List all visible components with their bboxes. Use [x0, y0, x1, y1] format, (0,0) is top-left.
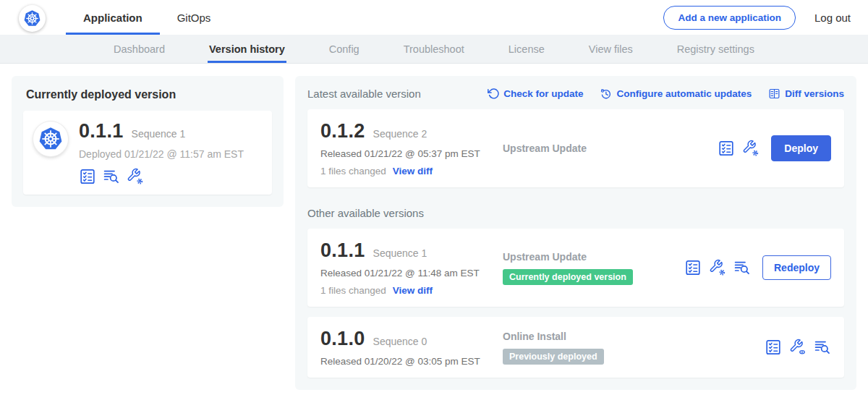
topbar-right: Add a new application Log out — [663, 6, 851, 30]
version-card-0-1-0: 0.1.0 Sequence 0 Released 01/20/22 @ 03:… — [307, 317, 844, 378]
version-row: 0.1.2 Sequence 2 — [320, 120, 503, 143]
deployed-version-row: 0.1.1 Sequence 1 — [79, 120, 244, 143]
refresh-icon — [487, 88, 499, 100]
kots-admin-console: Application GitOps Add a new application… — [0, 0, 868, 408]
edit-config-icon[interactable] — [742, 140, 760, 157]
configure-automatic-updates-link[interactable]: Configure automatic updates — [600, 88, 752, 100]
released-timestamp: Released 01/21/22 @ 05:37 pm EST — [320, 148, 503, 159]
diff-versions-label: Diff versions — [785, 88, 844, 99]
diff-versions-link[interactable]: Diff versions — [768, 88, 844, 100]
version-card-0-1-2: 0.1.2 Sequence 2 Released 01/21/22 @ 05:… — [307, 109, 844, 187]
version-info: 0.1.0 Sequence 0 Released 01/20/22 @ 03:… — [320, 328, 503, 367]
subnav-tab-version-history[interactable]: Version history — [208, 35, 286, 63]
version-actions — [765, 339, 831, 356]
deployed-sequence-label: Sequence 1 — [132, 128, 186, 140]
app-kubernetes-icon — [33, 122, 68, 156]
configure-automatic-updates-label: Configure automatic updates — [616, 88, 752, 99]
diff-versions-icon — [768, 88, 780, 100]
deploy-button[interactable]: Deploy — [771, 135, 831, 161]
deployed-version-info: 0.1.1 Sequence 1 Deployed 01/21/22 @ 11:… — [79, 120, 244, 185]
version-actions: Redeploy — [684, 255, 831, 280]
subnav-tab-view-files[interactable]: View files — [587, 35, 634, 63]
app-subnav: Dashboard Version history Config Trouble… — [0, 35, 868, 64]
released-timestamp: Released 01/21/22 @ 11:48 am EST — [320, 268, 503, 279]
view-config-icon[interactable] — [789, 339, 807, 356]
deploy-logs-icon[interactable] — [814, 339, 831, 356]
tab-application[interactable]: Application — [66, 0, 160, 35]
version-source-label: Upstream Update — [503, 143, 718, 154]
subnav-tab-dashboard[interactable]: Dashboard — [112, 35, 166, 63]
sequence-label: Sequence 1 — [373, 247, 427, 259]
kubernetes-logo-icon — [37, 125, 64, 153]
deployed-version-number: 0.1.1 — [79, 120, 124, 143]
files-changed-row: 1 files changed View diff — [320, 166, 503, 177]
panel-header-actions: Check for update Configure automatic upd… — [487, 88, 844, 100]
subnav-tab-troubleshoot[interactable]: Troubleshoot — [402, 35, 466, 63]
deployed-action-icons — [79, 168, 244, 185]
other-versions-title: Other available versions — [307, 207, 844, 219]
currently-deployed-panel: Currently deployed version 0.1.1 Sequenc… — [12, 76, 284, 207]
version-info: 0.1.2 Sequence 2 Released 01/21/22 @ 05:… — [320, 120, 503, 177]
deploy-logs-icon[interactable] — [103, 168, 120, 185]
version-history-page: Currently deployed version 0.1.1 Sequenc… — [0, 64, 868, 402]
version-actions: Deploy — [718, 135, 831, 161]
check-for-update-link[interactable]: Check for update — [487, 88, 583, 100]
redeploy-button[interactable]: Redeploy — [762, 255, 831, 280]
deployed-timestamp: Deployed 01/21/22 @ 11:57 am EST — [79, 148, 244, 160]
latest-available-title: Latest available version — [307, 88, 421, 100]
currently-deployed-badge: Currently deployed version — [503, 269, 633, 285]
sequence-label: Sequence 0 — [373, 336, 427, 347]
available-versions-panel: Latest available version Check for updat… — [295, 76, 856, 390]
topbar: Application GitOps Add a new application… — [0, 0, 868, 35]
version-source-label: Online Install — [503, 331, 765, 342]
subnav-tab-config[interactable]: Config — [328, 35, 361, 63]
subnav-tab-registry-settings[interactable]: Registry settings — [676, 35, 756, 63]
files-changed-row: 1 files changed View diff — [320, 285, 503, 296]
sequence-label: Sequence 2 — [373, 128, 427, 140]
version-source-column: Upstream Update — [503, 143, 718, 154]
view-diff-link[interactable]: View diff — [393, 285, 433, 296]
clock-arrow-icon — [600, 88, 612, 100]
preflight-checks-icon[interactable] — [718, 140, 735, 157]
kubernetes-logo-icon — [22, 9, 42, 28]
version-source-column: Online Install Previously deployed — [503, 331, 765, 365]
files-changed-label: 1 files changed — [320, 166, 386, 177]
tab-gitops[interactable]: GitOps — [160, 0, 229, 35]
view-diff-link[interactable]: View diff — [393, 166, 433, 177]
version-info: 0.1.1 Sequence 1 Released 01/21/22 @ 11:… — [320, 239, 503, 296]
deploy-logs-icon[interactable] — [733, 259, 751, 276]
released-timestamp: Released 01/20/22 @ 03:05 pm EST — [320, 356, 503, 367]
add-application-button[interactable]: Add a new application — [663, 6, 796, 30]
version-source-column: Upstream Update Currently deployed versi… — [503, 251, 684, 285]
files-changed-label: 1 files changed — [320, 285, 386, 296]
preflight-checks-icon[interactable] — [79, 168, 96, 185]
version-row: 0.1.1 Sequence 1 — [320, 239, 503, 262]
version-number: 0.1.1 — [320, 239, 365, 262]
available-panel-header: Latest available version Check for updat… — [307, 88, 844, 100]
deployed-panel-title: Currently deployed version — [26, 88, 272, 101]
version-row: 0.1.0 Sequence 0 — [320, 328, 503, 350]
deployed-version-card: 0.1.1 Sequence 1 Deployed 01/21/22 @ 11:… — [23, 111, 272, 195]
top-tabs: Application GitOps — [66, 0, 228, 35]
preflight-checks-icon[interactable] — [684, 259, 702, 276]
version-number: 0.1.2 — [320, 120, 365, 143]
edit-config-icon[interactable] — [127, 168, 144, 185]
version-card-0-1-1: 0.1.1 Sequence 1 Released 01/21/22 @ 11:… — [307, 229, 844, 307]
logout-button[interactable]: Log out — [814, 12, 851, 24]
check-for-update-label: Check for update — [503, 88, 583, 99]
version-source-label: Upstream Update — [503, 251, 684, 263]
previously-deployed-badge: Previously deployed — [503, 349, 604, 365]
subnav-tab-license[interactable]: License — [507, 35, 546, 63]
kubernetes-logo-icon — [19, 5, 46, 32]
preflight-checks-icon[interactable] — [765, 339, 782, 356]
version-number: 0.1.0 — [320, 328, 365, 350]
edit-config-icon[interactable] — [709, 259, 726, 276]
